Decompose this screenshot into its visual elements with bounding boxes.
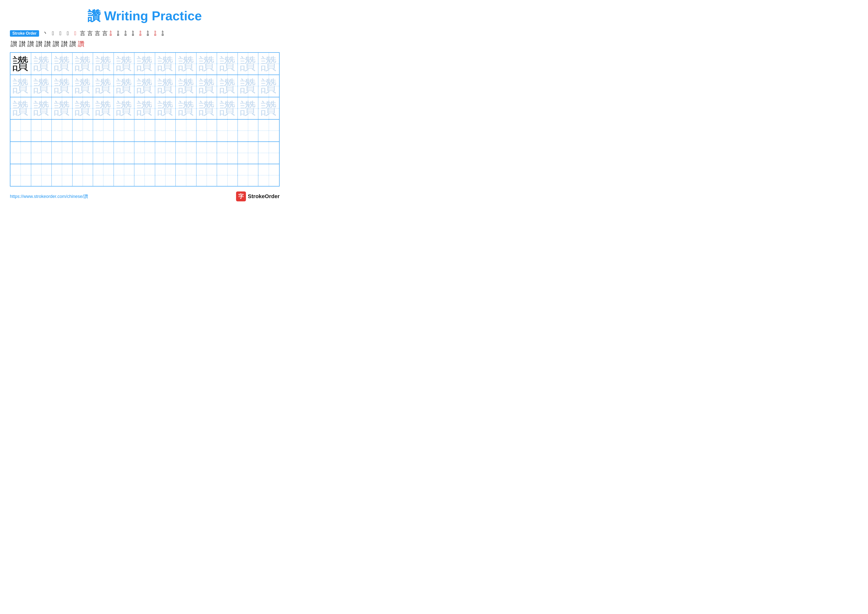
grid-cell-4-13[interactable] <box>258 120 279 141</box>
grid-cell-2-6[interactable]: 讚 <box>114 75 135 97</box>
grid-cell-2-4[interactable]: 讚 <box>73 75 93 97</box>
stroke-char-r2-7: 讃 <box>60 40 68 48</box>
char-light: 讚 <box>199 56 214 72</box>
grid-cell-4-6[interactable] <box>114 120 135 141</box>
grid-cell-2-13[interactable]: 讚 <box>258 75 279 97</box>
grid-cell-1-8[interactable]: 讚 <box>155 53 176 75</box>
grid-cell-3-6[interactable]: 讚 <box>114 97 135 119</box>
grid-cell-1-7[interactable]: 讚 <box>134 53 155 75</box>
grid-cell-6-11[interactable] <box>217 164 238 186</box>
char-light: 讚 <box>136 56 152 72</box>
grid-cell-2-12[interactable]: 讚 <box>238 75 259 97</box>
stroke-char-17: 訁 <box>161 30 168 37</box>
grid-cell-5-3[interactable] <box>52 142 73 164</box>
grid-cell-5-2[interactable] <box>31 142 52 164</box>
grid-cell-2-3[interactable]: 讚 <box>52 75 73 97</box>
grid-cell-1-6[interactable]: 讚 <box>114 53 135 75</box>
grid-cell-1-4[interactable]: 讚 <box>73 53 93 75</box>
grid-cell-6-12[interactable] <box>238 164 259 186</box>
grid-cell-6-8[interactable] <box>155 164 176 186</box>
grid-cell-6-10[interactable] <box>197 164 217 186</box>
grid-cell-5-7[interactable] <box>134 142 155 164</box>
grid-cell-1-12[interactable]: 讚 <box>238 53 259 75</box>
grid-cell-3-10[interactable]: 讚 <box>197 97 217 119</box>
grid-row-5 <box>10 142 279 164</box>
grid-cell-3-4[interactable]: 讚 <box>73 97 93 119</box>
grid-cell-4-8[interactable] <box>155 120 176 141</box>
grid-cell-4-11[interactable] <box>217 120 238 141</box>
grid-cell-2-10[interactable]: 讚 <box>197 75 217 97</box>
grid-cell-5-1[interactable] <box>10 142 31 164</box>
grid-cell-5-8[interactable] <box>155 142 176 164</box>
stroke-chars-row1: 丶 𠃌 𠃍 𠄌 𠄍 言 言 言 言 訁 訁 訁 訁 訁 訁 訁 訁 <box>42 30 168 37</box>
grid-cell-6-9[interactable] <box>176 164 197 186</box>
grid-cell-6-7[interactable] <box>134 164 155 186</box>
char-light: 讚 <box>116 56 132 72</box>
grid-cell-4-12[interactable] <box>238 120 259 141</box>
grid-cell-5-10[interactable] <box>197 142 217 164</box>
grid-cell-6-4[interactable] <box>73 164 93 186</box>
grid-cell-2-11[interactable]: 讚 <box>217 75 238 97</box>
grid-cell-3-13[interactable]: 讚 <box>258 97 279 119</box>
char-light: 讚 <box>240 78 256 94</box>
grid-cell-4-7[interactable] <box>134 120 155 141</box>
grid-cell-6-3[interactable] <box>52 164 73 186</box>
footer-url[interactable]: https://www.strokeorder.com/chinese/讚 <box>10 193 88 199</box>
grid-cell-3-1[interactable]: 讚 <box>10 97 31 119</box>
char-light: 讚 <box>220 100 235 116</box>
grid-cell-3-7[interactable]: 讚 <box>134 97 155 119</box>
grid-cell-5-4[interactable] <box>73 142 93 164</box>
stroke-char-2: 𠃌 <box>50 30 56 37</box>
grid-cell-4-10[interactable] <box>197 120 217 141</box>
grid-cell-4-1[interactable] <box>10 120 31 141</box>
grid-cell-2-1[interactable]: 讚 <box>10 75 31 97</box>
grid-cell-6-2[interactable] <box>31 164 52 186</box>
footer-logo: 字 StrokeOrder <box>236 191 280 201</box>
grid-cell-6-6[interactable] <box>114 164 135 186</box>
stroke-char-r2-1: 讃 <box>10 40 18 48</box>
grid-cell-5-13[interactable] <box>258 142 279 164</box>
char-light: 讚 <box>75 100 91 116</box>
grid-cell-3-9[interactable]: 讚 <box>176 97 197 119</box>
grid-cell-5-5[interactable] <box>93 142 114 164</box>
grid-cell-2-5[interactable]: 讚 <box>93 75 114 97</box>
grid-cell-1-3[interactable]: 讚 <box>52 53 73 75</box>
grid-cell-5-12[interactable] <box>238 142 259 164</box>
grid-cell-1-5[interactable]: 讚 <box>93 53 114 75</box>
grid-cell-1-11[interactable]: 讚 <box>217 53 238 75</box>
grid-cell-3-12[interactable]: 讚 <box>238 97 259 119</box>
grid-cell-1-13[interactable]: 讚 <box>258 53 279 75</box>
char-dark: 讚 <box>12 56 28 72</box>
grid-cell-1-2[interactable]: 讚 <box>31 53 52 75</box>
grid-cell-3-3[interactable]: 讚 <box>52 97 73 119</box>
grid-cell-3-11[interactable]: 讚 <box>217 97 238 119</box>
grid-cell-3-2[interactable]: 讚 <box>31 97 52 119</box>
stroke-char-11: 訁 <box>116 30 123 37</box>
grid-cell-1-1[interactable]: 讚 <box>10 53 31 75</box>
grid-cell-2-8[interactable]: 讚 <box>155 75 176 97</box>
stroke-char-6: 言 <box>79 30 86 37</box>
grid-cell-6-13[interactable] <box>258 164 279 186</box>
grid-cell-2-2[interactable]: 讚 <box>31 75 52 97</box>
grid-cell-2-9[interactable]: 讚 <box>176 75 197 97</box>
grid-cell-5-6[interactable] <box>114 142 135 164</box>
grid-cell-4-4[interactable] <box>73 120 93 141</box>
grid-cell-3-5[interactable]: 讚 <box>93 97 114 119</box>
stroke-order-badge: Stroke Order <box>10 30 39 37</box>
grid-cell-1-9[interactable]: 讚 <box>176 53 197 75</box>
grid-cell-5-11[interactable] <box>217 142 238 164</box>
char-light: 讚 <box>157 56 173 72</box>
stroke-char-10: 訁 <box>109 30 116 37</box>
grid-cell-5-9[interactable] <box>176 142 197 164</box>
grid-cell-6-1[interactable] <box>10 164 31 186</box>
char-light: 讚 <box>95 78 111 94</box>
grid-cell-6-5[interactable] <box>93 164 114 186</box>
grid-cell-4-3[interactable] <box>52 120 73 141</box>
grid-cell-4-5[interactable] <box>93 120 114 141</box>
grid-cell-1-10[interactable]: 讚 <box>197 53 217 75</box>
stroke-char-r2-5: 讃 <box>43 40 51 48</box>
grid-cell-4-2[interactable] <box>31 120 52 141</box>
grid-cell-4-9[interactable] <box>176 120 197 141</box>
grid-cell-2-7[interactable]: 讚 <box>134 75 155 97</box>
grid-cell-3-8[interactable]: 讚 <box>155 97 176 119</box>
